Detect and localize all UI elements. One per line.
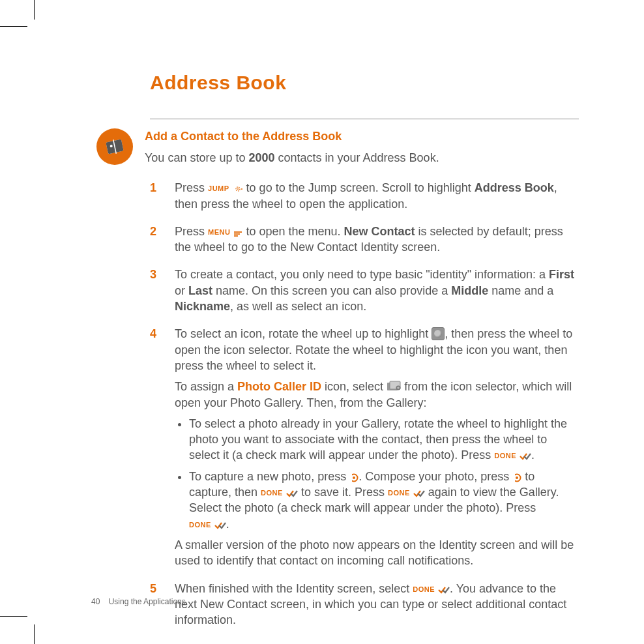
step-item: 4 To select an icon, rotate the wheel up… [150,326,579,574]
crop-mark [34,0,35,20]
menu-icon [233,231,242,237]
svg-point-15 [353,476,355,479]
svg-point-6 [241,188,242,190]
step-item: 3 To create a contact, you only need to … [150,267,579,319]
section-heading: Add a Contact to the Address Book [145,130,579,143]
crop-mark [0,616,27,617]
done-check-icon [438,586,450,594]
svg-point-18 [516,476,518,479]
menu-label: MENU [208,228,230,236]
icon-placeholder-icon [432,327,445,340]
divider [150,119,579,119]
d-button-icon [512,473,521,482]
done-label: DONE [413,585,435,593]
page-footer: 40 Using the Applications [91,597,186,606]
d-button-icon [349,473,359,482]
svg-rect-19 [512,473,515,482]
bullet-item: To select a photo already in your Galler… [189,416,579,463]
step-item: 2 Press MENU to open the menu. New Conta… [150,224,579,261]
address-book-badge-icon [96,128,133,165]
step-number: 4 [150,326,159,574]
jump-icon [233,184,243,194]
crop-mark [34,624,35,644]
svg-rect-16 [349,473,352,482]
svg-point-13 [397,387,400,389]
done-label: DONE [494,452,516,460]
step-number: 5 [150,581,159,634]
photo-gallery-icon [387,381,401,392]
svg-point-5 [237,188,239,190]
step-item: 5 When finished with the Identity screen… [150,581,579,634]
step-number: 2 [150,224,159,261]
bullet-item: To capture a new photo, press . Compose … [189,469,579,532]
jump-label: JUMP [208,184,229,192]
done-check-icon [520,452,531,460]
step-number: 3 [150,267,159,319]
crop-mark [0,26,27,27]
step-item: 1 Press JUMP to go to the Jump screen. S… [150,180,579,217]
intro-text: You can store up to 2000 contacts in you… [145,150,579,166]
step-number: 1 [150,180,159,217]
page-title: Address Book [150,72,579,94]
